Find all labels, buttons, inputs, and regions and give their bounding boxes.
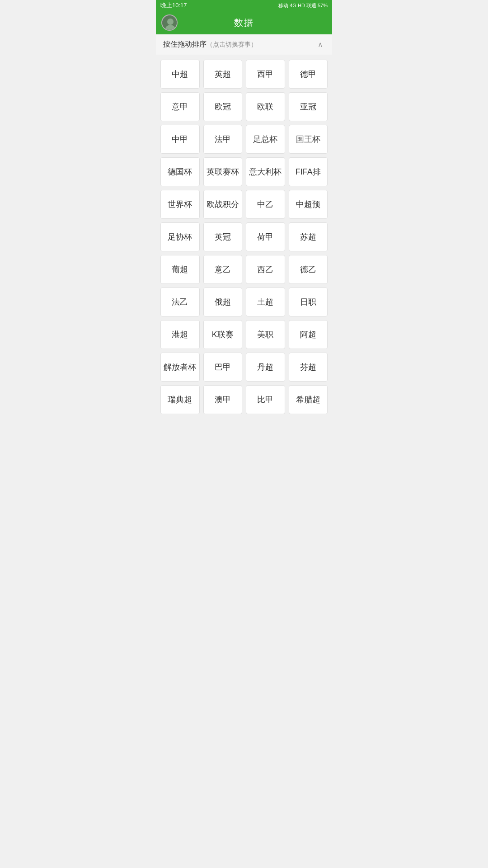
sort-bar: 按住拖动排序（点击切换赛事） ∧ bbox=[156, 34, 332, 55]
league-item[interactable]: 中超预 bbox=[289, 190, 328, 219]
league-item[interactable]: 欧战积分 bbox=[203, 190, 243, 219]
league-item[interactable]: 荷甲 bbox=[246, 222, 285, 251]
league-item[interactable]: 德甲 bbox=[289, 60, 328, 89]
league-item[interactable]: 中甲 bbox=[160, 125, 200, 154]
league-item[interactable]: 足协杯 bbox=[160, 222, 200, 251]
avatar[interactable] bbox=[161, 14, 178, 31]
league-item[interactable]: K联赛 bbox=[203, 320, 243, 349]
league-item[interactable]: 中超 bbox=[160, 60, 200, 89]
league-item[interactable]: 德国杯 bbox=[160, 157, 200, 186]
avatar-image bbox=[162, 15, 177, 30]
sort-bar-main-text: 按住拖动排序 bbox=[163, 40, 206, 48]
league-item[interactable]: 西甲 bbox=[246, 60, 285, 89]
status-right-icons: 移动 4G HD 联通 57% bbox=[278, 2, 328, 9]
league-item[interactable]: 欧冠 bbox=[203, 92, 243, 121]
league-item[interactable]: 苏超 bbox=[289, 222, 328, 251]
league-item[interactable]: 德乙 bbox=[289, 255, 328, 284]
league-grid: 中超英超西甲德甲意甲欧冠欧联亚冠中甲法甲足总杯国王杯德国杯英联赛杯意大利杯FIF… bbox=[156, 55, 332, 419]
league-item[interactable]: 葡超 bbox=[160, 255, 200, 284]
app-header: 数据 bbox=[156, 11, 332, 34]
league-item[interactable]: 意大利杯 bbox=[246, 157, 285, 186]
league-item[interactable]: 世界杯 bbox=[160, 190, 200, 219]
svg-point-1 bbox=[167, 19, 174, 25]
league-item[interactable]: 澳甲 bbox=[203, 385, 243, 414]
collapse-chevron-icon[interactable]: ∧ bbox=[316, 40, 325, 49]
status-time: 晚上10:17 bbox=[160, 1, 187, 9]
status-icons: 移动 4G HD 联通 57% bbox=[278, 2, 328, 9]
league-item[interactable]: 解放者杯 bbox=[160, 353, 200, 382]
league-item[interactable]: 土超 bbox=[246, 288, 285, 316]
league-item[interactable]: 欧联 bbox=[246, 92, 285, 121]
league-item[interactable]: 西乙 bbox=[246, 255, 285, 284]
league-item[interactable]: 比甲 bbox=[246, 385, 285, 414]
league-item[interactable]: 英冠 bbox=[203, 222, 243, 251]
league-item[interactable]: 希腊超 bbox=[289, 385, 328, 414]
league-item[interactable]: 中乙 bbox=[246, 190, 285, 219]
league-item[interactable]: 日职 bbox=[289, 288, 328, 316]
league-item[interactable]: 意甲 bbox=[160, 92, 200, 121]
league-item[interactable]: 巴甲 bbox=[203, 353, 243, 382]
page-title: 数据 bbox=[234, 17, 254, 29]
status-bar: 晚上10:17 移动 4G HD 联通 57% bbox=[156, 0, 332, 11]
league-item[interactable]: 法甲 bbox=[203, 125, 243, 154]
league-item[interactable]: 瑞典超 bbox=[160, 385, 200, 414]
league-item[interactable]: 英超 bbox=[203, 60, 243, 89]
sort-bar-content: 按住拖动排序（点击切换赛事） bbox=[163, 40, 257, 49]
league-item[interactable]: 国王杯 bbox=[289, 125, 328, 154]
league-item[interactable]: 芬超 bbox=[289, 353, 328, 382]
league-item[interactable]: 俄超 bbox=[203, 288, 243, 316]
league-item[interactable]: 丹超 bbox=[246, 353, 285, 382]
league-item[interactable]: 英联赛杯 bbox=[203, 157, 243, 186]
sort-bar-hint-text: （点击切换赛事） bbox=[206, 41, 257, 48]
league-item[interactable]: 足总杯 bbox=[246, 125, 285, 154]
league-item[interactable]: 阿超 bbox=[289, 320, 328, 349]
league-item[interactable]: 亚冠 bbox=[289, 92, 328, 121]
league-item[interactable]: FIFA排 bbox=[289, 157, 328, 186]
league-item[interactable]: 美职 bbox=[246, 320, 285, 349]
league-item[interactable]: 意乙 bbox=[203, 255, 243, 284]
league-item[interactable]: 港超 bbox=[160, 320, 200, 349]
league-item[interactable]: 法乙 bbox=[160, 288, 200, 316]
